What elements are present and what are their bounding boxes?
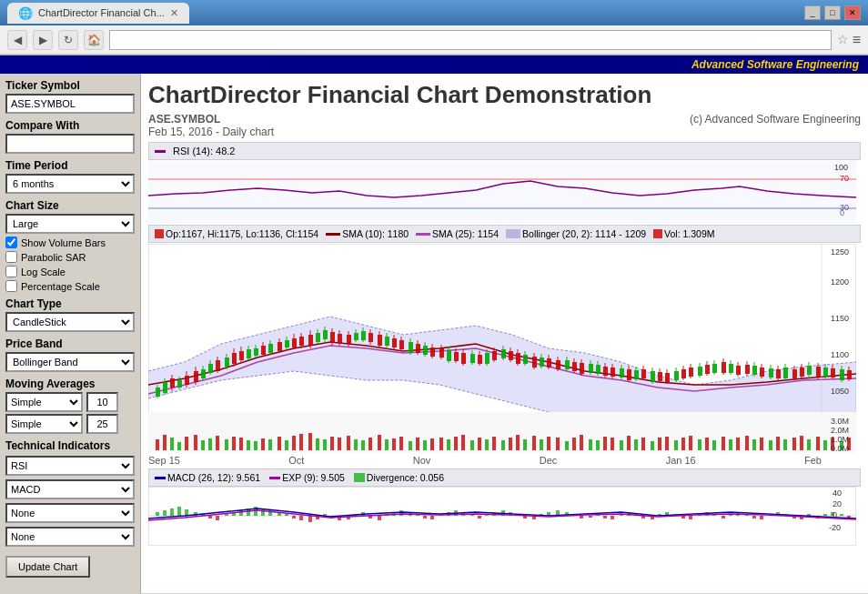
menu-icon[interactable]: ≡ <box>853 32 861 48</box>
svg-rect-269 <box>705 438 709 450</box>
svg-rect-363 <box>681 516 685 518</box>
title-bar: 🌐 ChartDirector Financial Ch... ✕ _ □ ✕ <box>0 0 868 25</box>
svg-rect-262 <box>651 441 654 450</box>
svg-rect-258 <box>620 440 623 450</box>
chart-symbol: ASE.SYMBOL <box>148 113 220 126</box>
chart-type-label: Chart Type <box>5 297 135 310</box>
svg-text:20: 20 <box>833 499 842 508</box>
svg-rect-199 <box>163 435 167 450</box>
svg-rect-240 <box>478 438 481 450</box>
svg-rect-236 <box>447 439 450 450</box>
rsi-label: RSI (14): 48.2 <box>173 146 235 156</box>
svg-rect-381 <box>823 514 827 516</box>
x-label-jan: Jan 16 <box>666 455 696 466</box>
svg-rect-231 <box>409 441 412 450</box>
ti2-select[interactable]: MACDRSINone <box>5 479 135 499</box>
svg-rect-222 <box>338 438 341 450</box>
svg-rect-331 <box>430 516 434 519</box>
svg-rect-272 <box>729 439 732 450</box>
svg-rect-275 <box>752 439 756 450</box>
tab-close-btn[interactable]: ✕ <box>170 7 178 19</box>
svg-rect-303 <box>216 516 219 520</box>
back-button[interactable]: ◀ <box>7 30 27 50</box>
compare-input[interactable] <box>5 134 135 154</box>
macd-label: MACD (26, 12): 9.561 <box>167 472 260 483</box>
log-scale-checkbox[interactable] <box>5 266 17 277</box>
svg-rect-314 <box>299 516 303 520</box>
window-controls: _ □ ✕ <box>804 5 861 20</box>
parabolic-sar-checkbox[interactable] <box>5 251 17 263</box>
ma1-period-input[interactable] <box>86 392 118 412</box>
svg-rect-212 <box>261 438 265 450</box>
chart-type-select[interactable]: CandleStick OHLC Close <box>5 312 135 332</box>
price-band-label: Price Band <box>5 337 135 350</box>
svg-rect-306 <box>239 510 243 516</box>
svg-rect-213 <box>268 439 272 450</box>
price-band-select[interactable]: Bollinger Band None <box>5 352 135 372</box>
svg-rect-372 <box>752 516 756 518</box>
svg-text:70: 70 <box>840 174 849 183</box>
svg-rect-228 <box>385 439 389 450</box>
ti4-select[interactable]: NoneRSIMACD <box>5 527 135 547</box>
svg-rect-201 <box>177 442 181 450</box>
sidebar: Ticker Symbol Compare With Time Period 6… <box>0 74 141 593</box>
svg-rect-312 <box>285 514 288 516</box>
svg-rect-249 <box>547 437 550 450</box>
ma1-type-select[interactable]: Simple Exponential <box>5 392 83 412</box>
svg-rect-241 <box>485 439 489 450</box>
svg-rect-247 <box>532 436 536 450</box>
svg-text:100: 100 <box>834 163 848 172</box>
forward-button[interactable]: ▶ <box>33 30 53 50</box>
svg-rect-243 <box>501 440 505 450</box>
exp-label: EXP (9): 9.505 <box>282 472 345 483</box>
maximize-btn[interactable]: □ <box>824 5 841 20</box>
svg-rect-248 <box>540 439 543 450</box>
x-label-feb: Feb <box>804 455 822 466</box>
svg-rect-351 <box>589 516 592 518</box>
chart-title: ChartDirector Financial Chart Demonstrat… <box>148 81 861 109</box>
ti-label: Technical Indicators <box>5 439 135 452</box>
svg-rect-224 <box>354 439 358 450</box>
bookmark-icon[interactable]: ☆ <box>837 32 849 48</box>
time-period-select[interactable]: 6 months 3 months 1 year <box>5 174 135 194</box>
show-volume-checkbox[interactable] <box>5 237 17 248</box>
ti1-select[interactable]: RSIMACDNone <box>5 456 135 476</box>
svg-rect-296 <box>163 510 167 516</box>
chart-size-select[interactable]: Large Medium Small <box>5 214 135 234</box>
chart-area: ChartDirector Financial Chart Demonstrat… <box>141 74 868 593</box>
home-button[interactable]: 🏠 <box>84 30 104 50</box>
svg-rect-281 <box>800 436 803 450</box>
log-scale-label: Log Scale <box>21 267 66 277</box>
svg-rect-203 <box>194 435 197 450</box>
svg-rect-210 <box>247 440 250 450</box>
minimize-btn[interactable]: _ <box>804 5 821 20</box>
pct-scale-checkbox[interactable] <box>5 280 17 292</box>
svg-rect-253 <box>580 435 583 450</box>
time-period-label: Time Period <box>5 159 135 172</box>
svg-text:1200: 1200 <box>831 277 849 287</box>
update-chart-button[interactable]: Update Chart <box>5 556 90 578</box>
parabolic-sar-label: Parabolic SAR <box>21 252 86 263</box>
svg-rect-238 <box>461 435 465 450</box>
svg-rect-350 <box>580 516 583 518</box>
address-bar[interactable] <box>109 30 832 50</box>
svg-rect-200 <box>170 438 174 450</box>
ti3-select[interactable]: NoneRSIMACD <box>5 503 135 523</box>
ma2-type-select[interactable]: Simple Exponential <box>5 414 83 434</box>
svg-rect-230 <box>399 437 403 450</box>
browser-tab[interactable]: 🌐 ChartDirector Financial Ch... ✕ <box>7 3 189 24</box>
ticker-input[interactable] <box>5 94 135 114</box>
refresh-button[interactable]: ↻ <box>58 30 78 50</box>
svg-rect-254 <box>589 439 592 450</box>
div-label: Divergence: 0.056 <box>367 472 444 483</box>
svg-rect-218 <box>308 433 312 450</box>
close-btn[interactable]: ✕ <box>844 5 861 20</box>
svg-rect-255 <box>596 440 600 450</box>
svg-rect-219 <box>316 438 319 450</box>
svg-text:1150: 1150 <box>831 314 849 323</box>
svg-rect-266 <box>681 438 685 450</box>
svg-rect-220 <box>323 439 327 450</box>
rsi-chart: 70 30 0 100 <box>148 161 856 223</box>
svg-rect-229 <box>392 438 396 450</box>
ma2-period-input[interactable] <box>86 414 118 434</box>
